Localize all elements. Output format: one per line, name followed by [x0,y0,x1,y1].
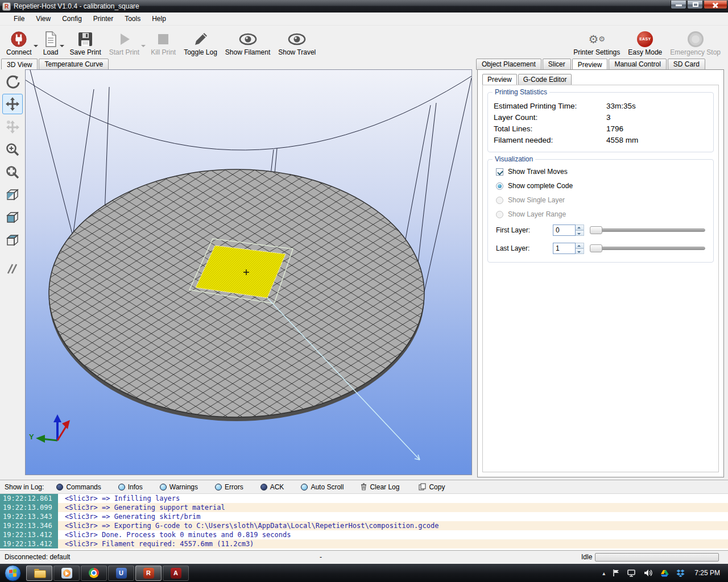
tab-manual-control[interactable]: Manual Control [609,59,666,70]
title-bar[interactable]: Repetier-Host V1.0.4 - calibration_squar… [0,0,728,13]
restore-button[interactable] [687,1,703,9]
log-entry: 19:22:13.412<Slic3r> Filament required: … [0,539,728,548]
show-filament-button[interactable]: Show Filament [221,27,274,57]
first-layer-input[interactable]: 0 [553,225,576,236]
copy-icon [419,483,426,490]
log-entry: 19:22:13.343<Slic3r> => Generating skirt… [0,512,728,521]
zoom-in-button[interactable] [2,139,23,160]
filter-infos[interactable]: Infos [118,483,143,491]
front-view-button[interactable] [2,207,23,228]
connect-button[interactable]: Connect [2,27,36,57]
save-print-button[interactable]: Save Print [65,27,105,57]
taskbar-repetier-button[interactable]: R [135,566,162,581]
clear-log-button[interactable]: Clear Log [361,483,399,491]
minimize-icon [676,5,682,6]
rotate-icon [5,74,20,89]
filter-warnings[interactable]: Warnings [160,483,198,491]
menu-config[interactable]: Config [56,13,88,24]
show-travel-button[interactable]: Show Travel [274,27,320,57]
menu-file[interactable]: File [8,13,30,24]
subtab-preview[interactable]: Preview [482,74,517,85]
system-tray: ▴ 7:25 PM [602,569,728,577]
printer-settings-button[interactable]: ⚙⚙ Printer Settings [569,27,624,57]
move-object-button [2,117,23,137]
menu-help[interactable]: Help [146,13,172,24]
taskbar-clock[interactable]: 7:25 PM [694,569,720,577]
taskbar-adobe-button[interactable]: A [163,566,189,581]
dropbox-icon[interactable] [676,569,685,577]
show-travel-moves-checkbox[interactable] [496,168,503,176]
start-print-dropdown-icon [141,45,146,49]
eye-icon [238,30,258,48]
show-single-layer-radio [496,197,503,204]
filter-ack[interactable]: ACK [260,483,284,491]
filter-auto-scroll[interactable]: Auto Scroll [301,483,344,491]
print-bed [49,169,424,421]
minimize-button[interactable] [671,1,686,9]
show-complete-code-radio[interactable] [496,182,503,190]
stat-row: Estimated Printing Time: 33m:35s [494,101,708,112]
tab-temperature-curve[interactable]: Temperature Curve [39,59,109,70]
slider-handle[interactable] [590,244,602,252]
connect-dropdown-icon[interactable] [34,45,38,49]
commands-toggle-icon [56,484,63,490]
copy-log-button[interactable]: Copy [419,483,445,491]
warnings-toggle-icon [160,484,167,490]
chrome-icon [89,568,99,578]
first-layer-slider[interactable] [590,226,705,234]
tray-expand-icon[interactable]: ▴ [602,570,605,576]
zoom-fit-button[interactable] [2,162,23,182]
isometric-view-button[interactable] [2,185,23,205]
parallel-projection-button[interactable] [2,259,23,279]
trash-icon [361,483,367,490]
pencil-icon [193,30,209,48]
taskbar-explorer-button[interactable] [26,566,52,581]
filter-commands[interactable]: Commands [56,483,101,491]
spin-up-icon[interactable] [576,225,584,230]
volume-icon[interactable] [644,569,653,577]
slider-handle[interactable] [590,226,602,234]
tab-object-placement[interactable]: Object Placement [476,59,541,70]
log-output[interactable]: 19:22:12.861<Slic3r> => Infilling layers… [0,494,728,548]
easy-mode-button[interactable]: EASY Easy Mode [624,27,666,57]
filter-errors[interactable]: Errors [215,483,243,491]
tab-3d-view[interactable]: 3D View [1,59,38,70]
connection-status: Disconnected: default [5,553,70,561]
log-section: Show in Log: Commands Infos Warnings Err… [0,480,728,550]
spin-down-icon[interactable] [576,230,584,236]
load-dropdown-icon[interactable] [60,45,64,49]
tab-preview[interactable]: Preview [572,59,608,70]
load-button[interactable]: Load [39,27,63,57]
pan-view-button[interactable] [2,94,23,114]
close-button[interactable] [704,1,727,9]
spin-up-icon[interactable] [576,243,584,248]
first-layer-row: First Layer: 0 [496,225,708,236]
stat-row: Layer Count: 3 [494,112,708,123]
stat-row: Total Lines: 1796 [494,123,708,135]
log-entry: 19:22:12.861<Slic3r> => Infilling layers [0,494,728,503]
taskbar-utorrent-button[interactable]: U [108,566,134,581]
taskbar-media-player-button[interactable] [53,566,80,581]
google-drive-icon[interactable] [660,569,669,577]
connect-icon [10,30,27,48]
menu-view[interactable]: View [30,13,56,24]
taskbar-chrome-button[interactable] [81,566,107,581]
last-layer-input[interactable]: 1 [553,243,576,254]
network-icon[interactable] [627,569,636,577]
tab-sd-card[interactable]: SD Card [668,59,705,70]
menu-printer[interactable]: Printer [88,13,119,24]
start-button[interactable] [5,565,21,581]
rotate-view-button[interactable] [2,71,23,92]
menu-tools[interactable]: Tools [119,13,146,24]
action-center-flag-icon[interactable] [613,569,620,577]
spin-down-icon[interactable] [576,248,584,254]
toggle-log-button[interactable]: Toggle Log [180,27,221,57]
parallel-projection-icon [5,261,20,276]
subtab-gcode-editor[interactable]: G-Code Editor [518,74,572,85]
3d-viewport[interactable]: Y [25,69,472,475]
zoom-fit-icon [5,165,20,180]
log-entry: 19:22:13.412<Slic3r> Done. Process took … [0,530,728,539]
top-view-button[interactable] [2,230,23,251]
last-layer-slider[interactable] [590,244,705,252]
tab-slicer[interactable]: Slicer [543,59,571,70]
